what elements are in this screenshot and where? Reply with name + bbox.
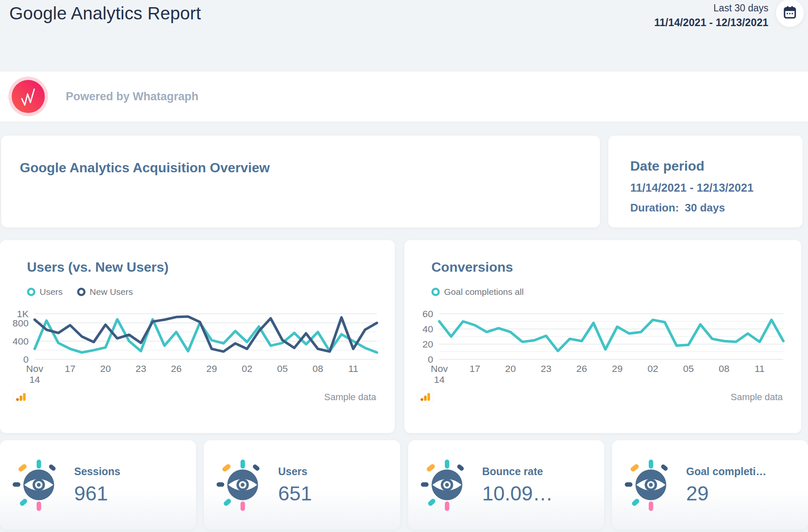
users-chart-card: Users (vs. New Users) UsersNew Users 040… xyxy=(0,240,395,433)
sample-data-label: Sample data xyxy=(730,392,783,403)
stat-label: Bounce rate xyxy=(482,465,553,478)
y-axis-label: 40 xyxy=(423,324,433,334)
x-axis-label: 05 xyxy=(277,364,288,374)
stat-card-sessions: Sessions 961 xyxy=(0,440,196,530)
x-axis-label: 20 xyxy=(505,364,516,374)
x-axis-label: 05 xyxy=(683,364,693,374)
stat-value: 961 xyxy=(74,482,120,505)
y-axis-label: 800 xyxy=(13,318,29,329)
eye-icon xyxy=(11,457,67,513)
stat-label: Sessions xyxy=(74,465,120,478)
legend-item-goal-completions-all: Goal completions all xyxy=(431,287,524,297)
whatagraph-logo-icon xyxy=(8,77,48,116)
x-axis-label: 08 xyxy=(313,364,323,374)
date-range-label: Last 30 days xyxy=(654,3,768,14)
stat-label: Goal completi… xyxy=(686,465,766,478)
x-axis-label: 20 xyxy=(100,364,111,374)
sample-data-label: Sample data xyxy=(324,392,376,403)
report-header: Google Analytics Report Last 30 days 11/… xyxy=(0,0,808,72)
conversions-chart-footer: Sample data xyxy=(417,389,783,406)
legend-ring xyxy=(431,288,440,296)
x-axis-label: 29 xyxy=(612,364,622,374)
x-axis-label: 17 xyxy=(470,364,480,374)
eye-icon xyxy=(623,457,679,513)
y-axis-label: 1K xyxy=(17,310,29,319)
google-analytics-icon xyxy=(13,389,29,406)
legend-ring xyxy=(77,288,86,296)
x-axis-label: 14 xyxy=(434,374,444,385)
x-axis-label: 02 xyxy=(647,364,658,374)
date-period-range: 11/14/2021 - 12/13/2021 xyxy=(630,182,803,195)
top-cards-row: Google Analytics Acquisition Overview Da… xyxy=(0,136,808,227)
conversions-chart-card: Conversions Goal completions all 0204060… xyxy=(404,240,801,433)
users-chart-title: Users (vs. New Users) xyxy=(27,259,382,275)
duration-label: Duration: xyxy=(630,201,679,214)
users-chart-footer: Sample data xyxy=(13,389,376,406)
date-period-duration: Duration: 30 days xyxy=(630,201,803,214)
legend-label: Users xyxy=(40,287,63,297)
date-range-texts: Last 30 days 11/14/2021 - 12/13/2021 xyxy=(654,3,768,29)
x-axis-label: 26 xyxy=(171,364,182,374)
legend-item-users: Users xyxy=(27,287,63,297)
x-axis-label: Nov xyxy=(431,364,448,374)
stat-text: Users 651 xyxy=(278,465,312,505)
charts-row: Users (vs. New Users) UsersNew Users 040… xyxy=(0,240,808,433)
x-axis-label: 11 xyxy=(754,364,765,374)
x-axis-label: 11 xyxy=(348,364,359,374)
stat-value: 651 xyxy=(278,482,312,505)
legend-ring xyxy=(27,288,35,296)
x-axis-label: 08 xyxy=(719,364,729,374)
eye-icon xyxy=(419,457,475,513)
stat-value: 10.09… xyxy=(482,482,553,505)
users-chart-area: 04008001KNov14172023262902050811 xyxy=(6,310,382,385)
branding-bar: Powered by Whatagraph xyxy=(0,72,808,121)
calendar-icon xyxy=(782,5,798,22)
legend-item-new-users: New Users xyxy=(77,287,133,297)
conversions-line-chart: 0204060Nov14172023262902050811 xyxy=(410,310,789,385)
x-axis-label: 14 xyxy=(29,374,40,385)
stat-text: Bounce rate 10.09… xyxy=(482,465,553,505)
stat-card-bounce-rate: Bounce rate 10.09… xyxy=(408,440,604,530)
y-axis-label: 20 xyxy=(423,339,433,349)
users-chart-legend: UsersNew Users xyxy=(27,287,382,297)
calendar-button[interactable] xyxy=(776,0,804,27)
y-axis-label: 0 xyxy=(23,354,29,365)
overview-title: Google Analytics Acquisition Overview xyxy=(20,160,600,176)
x-axis-label: 23 xyxy=(136,364,146,374)
x-axis-label: 02 xyxy=(242,364,252,374)
date-period-title: Date period xyxy=(630,158,803,174)
x-axis-label: 29 xyxy=(206,364,217,374)
stat-value: 29 xyxy=(686,482,766,505)
goal-completions-all-line xyxy=(439,320,784,351)
duration-value: 30 days xyxy=(685,201,725,214)
powered-by-label: Powered by Whatagraph xyxy=(66,90,198,103)
overview-card: Google Analytics Acquisition Overview xyxy=(1,136,600,227)
y-axis-label: 0 xyxy=(428,354,433,364)
y-axis-label: 60 xyxy=(423,310,433,319)
stat-card-goal-completions: Goal completi… 29 xyxy=(612,440,808,530)
stat-label: Users xyxy=(278,465,312,478)
x-axis-label: 17 xyxy=(65,364,75,374)
x-axis-label: 23 xyxy=(540,364,551,374)
users-line-chart: 04008001KNov14172023262902050811 xyxy=(6,310,382,385)
stat-text: Goal completi… 29 xyxy=(686,465,766,505)
conversions-chart-title: Conversions xyxy=(431,259,789,275)
eye-icon xyxy=(215,457,270,513)
date-period-card: Date period 11/14/2021 - 12/13/2021 Dura… xyxy=(608,136,803,227)
date-range-value: 11/14/2021 - 12/13/2021 xyxy=(654,16,768,29)
google-analytics-icon xyxy=(417,389,434,406)
conversions-chart-area: 0204060Nov14172023262902050811 xyxy=(410,310,789,385)
conversions-chart-legend: Goal completions all xyxy=(431,287,789,297)
x-axis-label: 26 xyxy=(576,364,587,374)
x-axis-label: Nov xyxy=(26,364,43,374)
stat-text: Sessions 961 xyxy=(74,465,120,505)
legend-label: Goal completions all xyxy=(444,287,524,297)
y-axis-label: 400 xyxy=(13,336,29,347)
stats-row: Sessions 961 Users 651 Bounce rate 10.09… xyxy=(0,440,808,530)
date-range-widget: Last 30 days 11/14/2021 - 12/13/2021 xyxy=(654,2,804,29)
stat-card-users: Users 651 xyxy=(204,440,400,530)
legend-label: New Users xyxy=(90,287,133,297)
